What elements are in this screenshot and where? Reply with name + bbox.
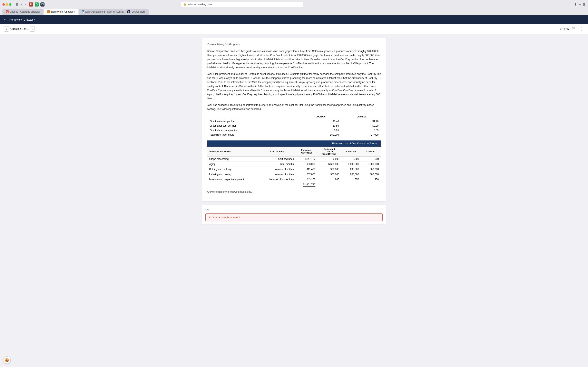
litemist-val: 300,000 [361, 167, 381, 172]
activity-cost-table-wrapper: Estimated Use of Cost Drivers per Produc… [207, 140, 381, 187]
address-bar[interactable]: 🔒 education.wiley.com [181, 2, 303, 7]
activity-name: Labeling and boxing [207, 172, 258, 177]
grammarly-icon[interactable]: G [35, 2, 39, 7]
activity-name: Bottling and corking [207, 167, 258, 172]
table-row: Direct materials per liter $0.40 $1.20 [207, 119, 381, 124]
table-row: Grape processing Cart of grapes $147,127… [207, 157, 381, 162]
row-coolday-val: 0.05 [300, 128, 341, 133]
cookie-btn[interactable]: 🍪 [3, 356, 11, 364]
row-coolday-val: $0.50 [300, 124, 341, 128]
driver-name: Total months [258, 162, 296, 167]
minimize-window-btn[interactable] [6, 3, 8, 6]
table-row: Bottling and corking Number of bottles 3… [207, 167, 381, 172]
col-driver: Cost Drivers [258, 147, 296, 157]
tab-overview-btn[interactable]: ⊞ [583, 2, 586, 6]
back-btn[interactable]: ‹ [20, 2, 23, 7]
total-overhead: $1,601,727 [296, 182, 318, 187]
use-val: 6,600,000 [318, 162, 341, 167]
table-row: Direct labor hours per liter 0.05 0.09 [207, 128, 381, 133]
tab-cengage[interactable]: C Ebooks - Cengage eReader [2, 9, 43, 15]
coolday-val: 600,000 [341, 167, 361, 172]
next-question-btn[interactable]: › [30, 26, 35, 32]
list-view-btn[interactable]: ☰ [571, 26, 576, 32]
tab-cengage-label: Ebooks - Cengage eReader [10, 10, 40, 13]
table-row: Total direct labor hours 150,000 27,000 [207, 133, 381, 137]
more-options-btn[interactable]: ⋮ [579, 26, 584, 32]
activity-cost-table: Activity Cost Pools Cost Drivers Estimat… [207, 147, 381, 187]
basic-col-litemist: LiteMist [341, 114, 381, 119]
app-header: ← Homework- Chapter 4 [0, 15, 588, 24]
row-label: Direct materials per liter [207, 119, 300, 124]
nwp-favicon: W [82, 10, 84, 13]
driver-name: Number of bottles [258, 172, 296, 177]
col-activity: Activity Cost Pools [207, 147, 258, 157]
app-back-btn[interactable]: ← [3, 17, 7, 22]
row-litemist-val: $1.20 [341, 119, 381, 124]
litemist-val: 450 [361, 177, 381, 182]
passage-paragraph1: Benton Corporation produces two grades o… [207, 49, 381, 69]
overhead-val: 243,200 [296, 177, 318, 182]
total-coolday-empty [341, 182, 361, 187]
use-val: 800 [318, 177, 341, 182]
tab-nwp[interactable]: W NWP Assessment Player UI Application [79, 9, 124, 15]
share-btn[interactable]: ⬆ [574, 2, 577, 6]
prev-question-btn[interactable]: ‹ [4, 26, 9, 32]
new-tab-btn[interactable]: + [579, 3, 581, 6]
browser-toolbar: ⊞ ‹ › R G 🛡 🔒 education.wiley.com ⬆ + ⊞ [0, 0, 588, 9]
driver-name: Cart of grapes [258, 157, 296, 162]
table-row: Maintain and inspect equipment Number of… [207, 177, 381, 182]
row-litemist-val: 27,000 [341, 133, 381, 137]
activity-table-header-text: Estimated Use of Cost Drivers per Produc… [332, 142, 378, 145]
litemist-val: 600 [361, 157, 381, 162]
maximize-window-btn[interactable] [9, 3, 11, 6]
error-message: Your answer is incorrect. [213, 216, 240, 219]
readwise-icon[interactable]: R [29, 2, 33, 7]
total-row: $1,601,727 [207, 182, 381, 187]
passage-paragraph2: Jack Eller, president and founder of Ben… [207, 72, 381, 100]
use-val: 900,000 [318, 172, 341, 177]
col-litemist: LiteMist [361, 147, 381, 157]
answer-instruction: Answer each of the following questions. [207, 191, 381, 193]
basic-col-empty [207, 114, 300, 119]
tab-coursehero-label: Course Hero [131, 10, 145, 13]
question-nav: ‹ Question 8 of 8 › 0.47 / 5 ☰ ⋮ [0, 24, 588, 34]
passage-paragraph3: Jack has asked the accounting department… [207, 103, 381, 111]
driver-name: Number of bottles [258, 167, 296, 172]
use-val: 6,600 [318, 157, 341, 162]
row-label: Direct labor cost per liter [207, 124, 300, 128]
activity-table-header: Estimated Use of Cost Drivers per Produc… [207, 141, 381, 147]
shield-icon[interactable]: 🛡 [40, 2, 44, 7]
main-content: Current Attempt in Progress Benton Corpo… [0, 34, 588, 367]
row-litemist-val: $0.90 [341, 124, 381, 128]
homework-favicon: H [47, 10, 50, 13]
driver-name: Number of inspections [258, 177, 296, 182]
row-coolday-val: 150,000 [300, 133, 341, 137]
tab-nwp-label: NWP Assessment Player UI Application [85, 10, 124, 13]
browser-chrome: ⊞ ‹ › R G 🛡 🔒 education.wiley.com ⬆ + ⊞ … [0, 0, 588, 15]
tab-homework-label: Homework- Chapter 4 [51, 10, 75, 13]
sidebar-toggle-btn[interactable]: ⊞ [15, 2, 19, 7]
coolday-val: 600,000 [341, 172, 361, 177]
browser-actions: ⬆ + ⊞ [574, 2, 586, 6]
activity-name: Grape processing [207, 157, 258, 162]
overhead-val: 207,000 [296, 172, 318, 177]
tab-homework[interactable]: H Homework- Chapter 4 [44, 9, 78, 15]
part-a-label: (a) [205, 208, 383, 211]
question-card: Current Attempt in Progress Benton Corpo… [202, 38, 386, 201]
error-banner: ✕ Your answer is incorrect. [205, 213, 383, 221]
use-val: 900,000 [318, 167, 341, 172]
row-label: Total direct labor hours [207, 133, 300, 137]
tab-coursehero[interactable]: C Course Hero [124, 9, 149, 15]
total-label-empty [258, 182, 296, 187]
browser-tabs: C Ebooks - Cengage eReader H Homework- C… [0, 9, 588, 15]
cengage-favicon: C [6, 10, 9, 13]
overhead-val: 693,000 [296, 162, 318, 167]
error-icon: ✕ [208, 216, 211, 219]
basic-col-coolday: CoolDay [300, 114, 341, 119]
close-window-btn[interactable] [2, 3, 5, 6]
table-row: Direct labor cost per liter $0.50 $0.90 [207, 124, 381, 128]
question-score: 0.47 / 5 [560, 27, 569, 30]
forward-btn[interactable]: › [24, 2, 27, 7]
question-title: Question 8 of 8 [10, 27, 28, 30]
coolday-val: 3,000,000 [341, 162, 361, 167]
